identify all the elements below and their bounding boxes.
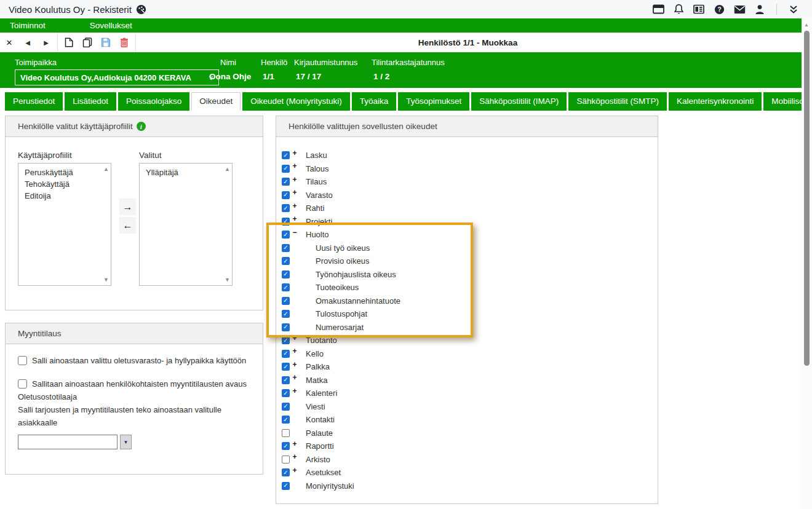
collapse-icon[interactable]: −	[290, 228, 300, 237]
tab-kalenterisynkronointi[interactable]: Kalenterisynkronointi	[669, 92, 762, 111]
listbox-option-tehok-ytt-j[interactable]: Tehokäyttäjä	[18, 178, 111, 190]
customer-input[interactable]	[18, 435, 117, 449]
checked-checkbox[interactable]: ✓	[282, 244, 290, 252]
tab-oikeudet[interactable]: Oikeudet	[191, 92, 241, 111]
tab-ty-sopimukset[interactable]: Työsopimukset	[398, 92, 469, 111]
tab-lis-tiedot[interactable]: Lisätiedot	[65, 92, 116, 111]
expand-icon[interactable]: +	[290, 149, 300, 157]
expand-icon[interactable]: +	[290, 188, 300, 197]
tree-item-label[interactable]: Moniyritystuki	[306, 481, 354, 491]
checked-checkbox[interactable]: ✓	[282, 468, 290, 476]
checked-checkbox[interactable]: ✓	[282, 350, 290, 358]
personal-orders-checkbox[interactable]	[18, 379, 27, 389]
scroll-up-icon[interactable]: ▲	[225, 166, 230, 172]
checked-checkbox[interactable]: ✓	[282, 178, 290, 186]
expand-icon[interactable]: +	[290, 360, 300, 369]
news-icon[interactable]	[693, 3, 705, 15]
checked-checkbox[interactable]: ✓	[282, 336, 290, 344]
tab-oikeudet-moniyritystuki[interactable]: Oikeudet (Moniyritystuki)	[242, 92, 350, 111]
checked-checkbox[interactable]: ✓	[282, 257, 290, 265]
tab-poissaolojakso[interactable]: Poissaolojakso	[118, 92, 189, 111]
checked-checkbox[interactable]: ✓	[282, 442, 290, 450]
default-warehouse-checkbox[interactable]	[18, 356, 27, 365]
user-icon[interactable]	[754, 3, 766, 15]
toimipaikka-select[interactable]: Video Koulutus Oy,Audiokuja 04200 KERAVA…	[15, 69, 219, 85]
tree-item-label[interactable]: Varasto	[306, 191, 333, 200]
checked-checkbox[interactable]: ✓	[282, 389, 290, 397]
scroll-down-icon[interactable]: ▼	[103, 277, 109, 283]
tree-item-label[interactable]: Lasku	[306, 151, 327, 160]
checked-checkbox[interactable]: ✓	[282, 191, 290, 199]
move-right-button[interactable]: →	[119, 199, 136, 215]
expand-icon[interactable]: +	[290, 440, 300, 448]
help-icon[interactable]: ?	[713, 3, 725, 15]
checked-checkbox[interactable]: ✓	[282, 218, 290, 226]
tree-item-label[interactable]: Talous	[306, 164, 329, 173]
tree-item-label[interactable]: Tuotanto	[306, 336, 337, 345]
scroll-up-icon[interactable]: ▲	[103, 166, 109, 172]
window-icon[interactable]	[652, 3, 664, 15]
expand-icon[interactable]: +	[290, 215, 300, 223]
tree-item-label[interactable]: Numerosarjat	[316, 323, 364, 332]
expand-icon[interactable]: +	[290, 334, 300, 342]
tab-s-hk-postitilit-imap[interactable]: Sähköpostitilit (IMAP)	[471, 92, 567, 111]
tree-item-label[interactable]: Kello	[306, 349, 324, 358]
tab-ty-aika[interactable]: Työaika	[352, 92, 397, 111]
checked-checkbox[interactable]: ✓	[282, 283, 290, 291]
listbox-option-yll-pit-j[interactable]: Ylläpitäjä	[140, 167, 232, 178]
tree-item-label[interactable]: Projekti	[306, 217, 332, 226]
checked-checkbox[interactable]: ✓	[282, 165, 290, 173]
checked-checkbox[interactable]: ✓	[282, 151, 290, 159]
expand-icon[interactable]: +	[290, 466, 300, 475]
save-record-button[interactable]	[97, 33, 115, 52]
expand-icon[interactable]: +	[290, 387, 300, 395]
move-left-button[interactable]: ←	[119, 217, 136, 234]
checked-checkbox[interactable]: ✓	[282, 323, 290, 331]
checked-checkbox[interactable]: ✓	[282, 482, 290, 490]
tree-item-label[interactable]: Raportti	[306, 441, 334, 451]
expand-icon[interactable]: +	[290, 175, 300, 184]
tree-item-label[interactable]: Omakustannehintatuote	[316, 296, 400, 306]
tree-item-label[interactable]: Rahti	[306, 203, 324, 213]
tree-item-label[interactable]: Palaute	[306, 428, 333, 438]
tab-s-hk-postitilit-smtp[interactable]: Sähköpostitilit (SMTP)	[568, 92, 667, 111]
checked-checkbox[interactable]: ✓	[282, 270, 290, 278]
delete-record-button[interactable]	[115, 33, 133, 52]
available-profiles-listbox[interactable]: ▲ ▼ PeruskäyttäjäTehokäyttäjäEditoija	[18, 163, 111, 286]
close-record-button[interactable]: ✕	[0, 33, 18, 52]
expand-icon[interactable]: +	[290, 162, 300, 170]
tree-item-label[interactable]: Huolto	[306, 230, 329, 239]
tree-item-label[interactable]: Kontakti	[306, 415, 335, 424]
bell-icon[interactable]	[672, 3, 685, 15]
tree-item-label[interactable]: Tilaus	[306, 177, 327, 186]
scrollbar-up-icon[interactable]: ▲	[804, 22, 809, 28]
collapse-header-icon[interactable]	[787, 3, 800, 15]
tree-item-label[interactable]: Työnohjauslista oikeus	[316, 270, 396, 279]
expand-icon[interactable]: +	[290, 202, 300, 210]
tree-item-label[interactable]: Asetukset	[306, 468, 341, 477]
checked-checkbox[interactable]: ✓	[282, 376, 290, 384]
tree-item-label[interactable]: Uusi työ oikeus	[316, 243, 370, 253]
new-record-button[interactable]	[60, 33, 78, 52]
next-record-button[interactable]: ▶	[37, 33, 55, 52]
expand-icon[interactable]: +	[290, 373, 300, 382]
tree-item-label[interactable]: Matka	[306, 376, 327, 385]
tree-item-label[interactable]: Tulostuspohjat	[316, 309, 367, 318]
checked-checkbox[interactable]: ✓	[282, 204, 290, 212]
expand-icon[interactable]: +	[290, 347, 300, 355]
info-icon[interactable]: i	[137, 122, 146, 131]
tree-item-label[interactable]: Viesti	[306, 402, 325, 411]
unchecked-checkbox[interactable]	[282, 429, 290, 437]
menu-sovellukset[interactable]: Sovellukset	[80, 21, 142, 30]
unchecked-checkbox[interactable]	[282, 456, 290, 464]
selected-profiles-listbox[interactable]: ▲ ▼ Ylläpitäjä	[139, 163, 233, 286]
previous-record-button[interactable]: ◀	[18, 33, 37, 52]
checked-checkbox[interactable]: ✓	[282, 297, 290, 305]
listbox-option-perusk-ytt-j[interactable]: Peruskäyttäjä	[18, 167, 111, 178]
customer-dropdown-button[interactable]: ▼	[120, 435, 132, 449]
checked-checkbox[interactable]: ✓	[282, 363, 290, 371]
expand-icon[interactable]: +	[290, 452, 300, 461]
checked-checkbox[interactable]: ✓	[282, 416, 290, 424]
scroll-down-icon[interactable]: ▼	[225, 277, 230, 283]
tree-item-label[interactable]: Palkka	[306, 362, 330, 371]
